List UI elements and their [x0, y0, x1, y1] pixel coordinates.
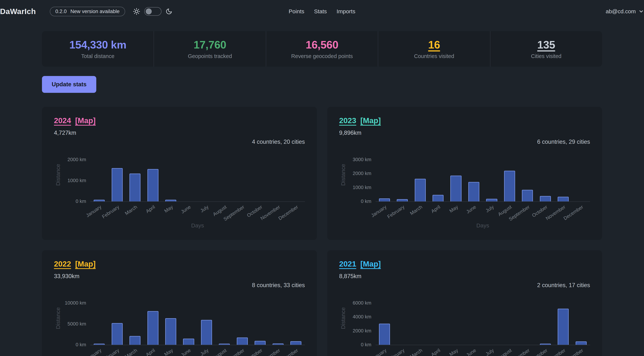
stat-countries-link[interactable]: 16 — [428, 38, 440, 51]
nav-item-stats[interactable]: Stats — [314, 8, 327, 14]
theme-toggle[interactable] — [144, 7, 162, 16]
x-axis-tick-label: July — [484, 348, 495, 356]
x-axis-tick-label: July — [484, 204, 495, 214]
bar-february[interactable] — [112, 168, 123, 201]
bar-august[interactable] — [504, 171, 515, 201]
y-axis-tick-label: 5000 km — [68, 321, 86, 327]
stat-label: Countries visited — [414, 53, 454, 59]
bar-slot — [198, 291, 216, 345]
bar-slot — [234, 148, 251, 201]
stat-label: Cities visited — [531, 53, 562, 59]
bar-january[interactable] — [379, 324, 390, 345]
user-menu[interactable]: ab@cd.com — [606, 8, 644, 14]
bar-september[interactable] — [237, 338, 248, 345]
bar-january[interactable] — [94, 200, 105, 201]
bar-april[interactable] — [432, 195, 444, 201]
x-axis-tick-label: June — [180, 348, 192, 356]
x-axis-tick-label: May — [163, 348, 174, 356]
bar-february[interactable] — [112, 323, 123, 345]
bar-slot — [287, 291, 305, 345]
bar-slot — [501, 291, 518, 345]
version-badge[interactable]: 0.2.0 New version available — [50, 7, 125, 16]
bar-slot — [234, 291, 251, 345]
chart-plot-area — [90, 291, 305, 345]
bar-march[interactable] — [415, 179, 426, 201]
bar-may[interactable] — [165, 318, 176, 345]
bar-slot — [518, 291, 536, 345]
map-link-2024[interactable]: [Map] — [75, 116, 96, 125]
stat-label: Reverse geocoded points — [291, 53, 353, 59]
bar-november[interactable] — [558, 197, 569, 201]
y-axis-title: Distance — [55, 307, 61, 329]
year-link-2023[interactable]: 2023 — [339, 116, 356, 125]
bar-slot — [536, 148, 554, 201]
bar-october[interactable] — [254, 341, 266, 345]
app-logo: DaWarIch — [0, 7, 36, 16]
y-axis-ticks: 0 km5000 km10000 km — [62, 291, 90, 345]
bar-april[interactable] — [148, 169, 158, 201]
nav-item-points[interactable]: Points — [289, 8, 304, 14]
card-title: 2021 [Map] — [339, 260, 590, 268]
y-axis-tick-label: 0 km — [361, 342, 371, 348]
x-axis-tick-label: August — [497, 348, 513, 356]
bar-march[interactable] — [130, 336, 140, 345]
bar-january[interactable] — [379, 198, 390, 201]
bar-slot — [287, 148, 305, 201]
bar-july[interactable] — [486, 199, 497, 201]
y-axis-ticks: 0 km1000 km2000 km3000 km — [348, 148, 376, 202]
bar-slot — [572, 148, 590, 201]
bar-may[interactable] — [450, 176, 461, 201]
x-axis-tick-label: March — [409, 348, 423, 356]
year-link-2022[interactable]: 2022 — [54, 260, 71, 268]
bar-slot — [465, 148, 483, 201]
bar-slot — [483, 148, 500, 201]
bar-february[interactable] — [397, 199, 408, 201]
year-distance: 4,727km — [54, 129, 305, 136]
update-stats-button[interactable]: Update stats — [42, 76, 96, 93]
bar-august[interactable] — [219, 344, 230, 345]
bar-slot — [376, 148, 393, 201]
nav-item-imports[interactable]: Imports — [336, 8, 355, 14]
year-summary: 6 countries, 29 cities — [339, 138, 590, 145]
bar-march[interactable] — [130, 174, 140, 201]
y-axis-ticks: 0 km1000 km2000 km — [62, 148, 90, 202]
bar-september[interactable] — [522, 190, 533, 201]
map-link-2022[interactable]: [Map] — [75, 260, 96, 268]
year-card-2024: 2024 [Map] 4,727km 4 countries, 20 citie… — [42, 107, 317, 240]
bar-slot — [554, 291, 572, 345]
bar-january[interactable] — [94, 344, 105, 345]
stat-reverse-geocoded: 16,560 Reverse geocoded points — [266, 31, 378, 67]
x-axis-tick-label: April — [430, 348, 441, 356]
bar-may[interactable] — [165, 200, 176, 201]
x-axis-tick-label: April — [145, 204, 156, 214]
x-axis-tick-label: November — [260, 204, 281, 221]
year-link-2021[interactable]: 2021 — [339, 260, 356, 268]
stat-label: Geopoints tracked — [188, 53, 232, 59]
x-axis-title: Days — [376, 222, 590, 229]
bar-november[interactable] — [272, 344, 284, 345]
bar-slot — [429, 291, 447, 345]
bar-november[interactable] — [558, 309, 569, 345]
bar-june[interactable] — [468, 182, 479, 201]
y-axis-tick-label: 4000 km — [353, 314, 372, 320]
stat-cities-link[interactable]: 135 — [537, 38, 555, 51]
bar-december[interactable] — [576, 342, 587, 345]
map-link-2021[interactable]: [Map] — [360, 260, 381, 268]
bar-slot — [447, 291, 465, 345]
bar-october[interactable] — [540, 196, 551, 201]
bar-april[interactable] — [148, 311, 158, 345]
stat-geopoints-tracked: 17,760 Geopoints tracked — [154, 31, 266, 67]
bar-slot — [483, 291, 500, 345]
bar-october[interactable] — [540, 344, 551, 345]
x-axis-tick-label: March — [409, 204, 423, 216]
bar-slot — [536, 291, 554, 345]
bar-july[interactable] — [201, 320, 212, 345]
distance-bar-chart: Distance 0 km2000 km4000 km6000 km Janua… — [339, 291, 590, 356]
bar-december[interactable] — [290, 341, 302, 345]
bar-slot — [251, 291, 269, 345]
map-link-2023[interactable]: [Map] — [360, 116, 381, 125]
bar-june[interactable] — [183, 339, 194, 345]
user-email: ab@cd.com — [606, 8, 636, 14]
year-link-2024[interactable]: 2024 — [54, 116, 71, 125]
y-axis-tick-label: 0 km — [76, 342, 86, 348]
